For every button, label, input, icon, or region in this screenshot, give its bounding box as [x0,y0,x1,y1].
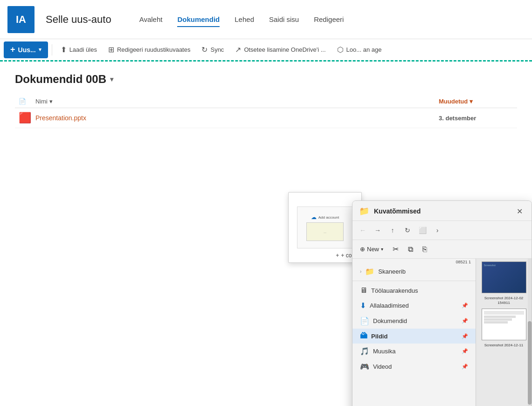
sort-modified-icon: ▾ [470,98,473,105]
create-button[interactable]: ⬡ Loo... an age [332,41,387,58]
folder-icon: 📁 [359,206,369,216]
scroll-thumb[interactable] [528,321,532,405]
nav-saidi-sisu[interactable]: Saidi sisu [263,14,304,25]
videod-label: Videod [373,363,392,370]
explorer-titlebar-left: 📁 Kuvatõmmised [359,206,421,216]
download-icon: ⬇ [360,301,366,310]
file-type-icon: 📄 [19,98,26,105]
copy-plus-icon: + [336,252,339,259]
sidebar-item-videod[interactable]: 🎮 Videod 📌 [352,359,476,374]
skaneerib-label: Skaneerib [378,268,406,275]
sidebar-item-muusika[interactable]: 🎵 Muusika 📌 [352,344,476,359]
onedrive-button[interactable]: ↗ Otsetee lisamine OneDrive'i ... [230,41,330,58]
folder-title: Dokumendid 00B ▾ [15,73,517,86]
up-button[interactable]: ↑ [386,224,399,237]
grid-icon: ⊞ [108,45,114,54]
paste-button[interactable]: ⎘ [419,243,431,255]
top-navigation: IA Selle uus-auto Avaleht Dokumendid Leh… [0,0,532,39]
copy-icon: ⧉ [408,245,413,254]
new-button[interactable]: + Uus... ▾ [4,41,48,58]
screenshots-panel: Screenshot Screenshot 2024-12-02 154911 … [476,259,532,406]
pin-pildid-icon: 📌 [462,333,468,339]
logo-text: IA [16,14,26,26]
file-name-cell[interactable]: Presentation.pptx [35,114,439,122]
screenshot-code-top: 08521 1 [352,259,476,264]
toolbar: + Uus... ▾ ⬆ Laadi üles ⊞ Redigeeri ruud… [0,39,532,62]
new-explorer-label: New [367,246,379,253]
file-name: Presentation.pptx [35,114,86,122]
toolauarakendus-label: Töölauarakendus [371,287,418,294]
sync-button[interactable]: ↻ Sync [197,41,228,58]
main-content: Dokumendid 00B ▾ 📄 Nimi ▾ Muudetud ▾ 🟥 P… [0,62,532,139]
forward-button[interactable]: → [371,224,384,237]
sort-icon: ▾ [49,98,53,105]
plus-icon: + [10,45,15,55]
nav-links: Avaleht Dokumendid Lehed Saidi sisu Redi… [134,14,350,25]
copy-explorer-button[interactable]: ⧉ [404,243,417,255]
file-list-header: 📄 Nimi ▾ Muudetud ▾ [15,95,517,108]
folder-name: Dokumendid 00B [15,73,106,86]
new-chevron-icon: ▾ [381,247,383,252]
sidebar-item-toolauarakendus[interactable]: 🖥 Töölauarakendus [352,283,476,298]
sidebar-item-pildid[interactable]: 🏔 Pildid 📌 [352,329,476,344]
pin-allalaadimised-icon: 📌 [462,303,468,309]
create-label: Loo... an age [346,46,382,53]
nav-redigeeri[interactable]: Redigeeri [308,14,349,25]
view-button[interactable]: ⬜ [416,224,429,237]
file-date-cell: 3. detsember [439,115,513,122]
pin-muusika-icon: 📌 [462,348,468,354]
edit-grid-button[interactable]: ⊞ Redigeeri ruudustikuvaates [104,41,195,58]
skaneerib-folder-icon: 📁 [365,267,374,276]
pptx-icon: 🟥 [19,112,31,124]
name-column-header[interactable]: Nimi ▾ [35,98,439,105]
screenshot-label-2: Screenshot 2024-12-11 [482,343,526,348]
videod-icon: 🎮 [360,362,369,371]
nav-avaleht[interactable]: Avaleht [134,14,168,25]
modified-label: Muudetud [439,98,468,105]
pildid-label: Pildid [371,333,387,340]
file-preview-popup: ☁ Add account ... + + copy [288,192,362,263]
refresh-button[interactable]: ↻ [401,224,414,237]
explorer-title: Kuvatõmmised [374,207,421,215]
sync-icon: ↻ [201,45,207,54]
modified-column-header[interactable]: Muudetud ▾ [439,98,513,105]
scissors-icon: ✂ [393,245,399,254]
pin-dokumendid-icon: 📌 [462,318,468,324]
table-row[interactable]: 🟥 Presentation.pptx 3. detsember [15,108,517,128]
allalaadimised-label: Allalaadimised [370,302,409,309]
new-label: Uus... [18,46,36,54]
screenshot-thumb-2 [482,309,526,340]
dokumendid-icon: 📄 [360,317,369,325]
site-title: Selle uus-auto [46,14,111,26]
dokumendid-label: Dokumendid [373,317,407,324]
preview-thumbnail: ☁ Add account ... [297,206,353,248]
upload-button[interactable]: ⬆ Laadi üles [56,41,102,58]
sidebar-item-dokumendid[interactable]: 📄 Dokumendid 📌 [352,313,476,329]
close-button[interactable]: ✕ [514,206,525,217]
onedrive-icon: ↗ [235,45,241,54]
name-label: Nimi [35,98,48,105]
explorer-nav: ← → ↑ ↻ ⬜ › [352,221,532,240]
muusika-label: Muusika [373,348,395,355]
scrollbar[interactable] [528,259,532,406]
nav-dokumendid[interactable]: Dokumendid [172,14,225,25]
add-account-label: Add account [318,215,339,220]
new-explorer-button[interactable]: ⊕ New ▾ [356,244,387,255]
sidebar-item-allalaadimised[interactable]: ⬇ Allalaadimised 📌 [352,298,476,313]
sidebar-separator [352,281,476,281]
separator [52,44,52,55]
sidebar-group-skaneerib[interactable]: › 📁 Skaneerib [352,264,476,279]
cut-button[interactable]: ✂ [389,243,402,255]
file-date: 3. detsember [439,115,476,122]
muusika-icon: 🎵 [360,347,369,356]
expand-button[interactable]: › [431,224,444,237]
back-button[interactable]: ← [356,224,369,237]
chevron-skaneerib-icon: › [360,269,361,274]
edit-grid-label: Redigeeri ruudustikuvaates [117,46,191,53]
icon-column-header: 📄 [19,98,35,105]
chevron-down-icon: ▾ [39,47,41,53]
nav-lehed[interactable]: Lehed [229,14,260,25]
create-icon: ⬡ [337,45,344,54]
upload-label: Laadi üles [69,46,97,53]
explorer-sidebar: 08521 1 › 📁 Skaneerib 🖥 Töölauarakendus … [352,259,476,406]
